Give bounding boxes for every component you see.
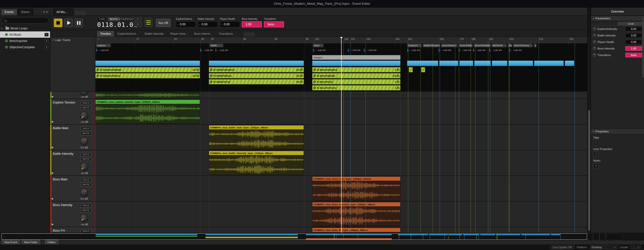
panel-scrollbar-thumb[interactable]	[642, 18, 644, 78]
live-update-toggle[interactable]: Live Update Off	[550, 245, 574, 249]
stop-button[interactable]	[54, 19, 62, 27]
flatten-button[interactable]: Flatten	[45, 240, 58, 245]
vertical-scrollbar[interactable]	[587, 37, 591, 233]
track-header-boss-main[interactable]: Boss MainSOLOMUTE0.0 dB	[50, 175, 95, 201]
volume-knob[interactable]	[80, 137, 88, 145]
track-lane-boss-intensity[interactable]: CFMMPro_mus_boss_intensity_layer_140bpm_…	[95, 201, 587, 227]
solo-button[interactable]: SOLO	[81, 178, 91, 182]
solo-button[interactable]: SOLO	[81, 204, 91, 208]
overview-panel-title[interactable]: Overview	[591, 8, 644, 16]
vertical-scrollbar-thumb[interactable]	[588, 110, 590, 231]
tree-item-itemacquired[interactable]: ItemAcquired≣	[0, 38, 50, 44]
loop-toggle-button[interactable]: ≡	[134, 17, 142, 22]
parameter-value-box[interactable]: ▹0.00	[198, 21, 218, 27]
volume-knob[interactable]	[80, 188, 88, 196]
logic-tracks-header[interactable]: ▾ Logic Tracks	[52, 38, 70, 41]
add-property-button[interactable]: I	[593, 152, 599, 157]
view-tab-timeline[interactable]: Timeline	[97, 31, 114, 37]
solo-button[interactable]: SOLO	[81, 127, 91, 131]
new-folder-button[interactable]: New Folder	[22, 240, 40, 245]
parameter-value-box[interactable]: ▹boss	[264, 21, 284, 27]
parameter-value-box[interactable]: 0.00	[625, 27, 642, 31]
panel-scrollbar[interactable]	[642, 17, 644, 228]
parameter-value-box[interactable]: ▹1.00	[242, 21, 262, 27]
search-input[interactable]	[8, 19, 46, 22]
new-event-button[interactable]: New Event	[2, 240, 20, 245]
search-box[interactable]	[2, 17, 49, 23]
view-tab-stub[interactable]	[244, 32, 255, 37]
track-lane-boss-main[interactable]: CFMMPro_mus_boss_main_layer_140bpm_48bar…	[95, 175, 587, 201]
track-lane-explore-tension[interactable]: CFMMPro_mus_explore_tension_layer_110bpm…	[95, 98, 587, 124]
add-property-button[interactable]: I	[593, 163, 599, 168]
track-header-battle-main[interactable]: Battle MainSOLOMUTE0.0 dB	[50, 124, 95, 150]
automation-expand-icon[interactable]	[52, 96, 54, 98]
audio-clip[interactable]: CFMMPro_mus_boss_fh_layer_140bpm_48bars	[312, 228, 400, 233]
browser-tab-events[interactable]: Events	[1, 9, 17, 15]
time-mode-time[interactable]: TIME	[97, 17, 107, 21]
parameter-value-box[interactable]: ▹0.00	[176, 21, 196, 27]
track-lane-battle-main[interactable]: CFMMPro_mus_battle_main_layer_132bpm_48b…	[95, 124, 587, 150]
scope-tab-local[interactable]: Local	[618, 22, 644, 26]
overview-viewport[interactable]	[2, 233, 587, 240]
nav-back-icon[interactable]: ◀	[43, 11, 45, 13]
mute-button[interactable]: MUTE	[81, 157, 91, 161]
nav-forward-icon[interactable]: ▶	[46, 11, 48, 13]
track-lane-row-0[interactable]	[95, 91, 587, 98]
mute-button[interactable]: MUTE	[81, 106, 91, 110]
parameter-value-box[interactable]: 1.00	[625, 46, 642, 51]
track-header-battle-intensity[interactable]: Battle IntensitySOLOMUTE-oo dB	[50, 150, 95, 175]
view-tab-boss-intensi[interactable]: Boss Intensi...	[191, 31, 215, 37]
follow-toggle-button[interactable]: ≡	[134, 22, 142, 27]
track-lane-boss-fh[interactable]: CFMMPro_mus_boss_fh_layer_140bpm_48bars	[95, 227, 587, 233]
audio-clip[interactable]	[95, 92, 200, 99]
parameters-section-header[interactable]: ▾ Parameters	[591, 16, 644, 21]
new-document-tab-stub[interactable]	[75, 11, 86, 15]
parameter-value-box[interactable]: 0.00	[625, 33, 642, 38]
audio-clip[interactable]: CFMMPro_mus_battle_intensity_layer_132bp…	[209, 151, 304, 175]
parameter-value-box[interactable]: boss	[625, 53, 642, 57]
volume-knob[interactable]	[80, 163, 88, 171]
solo-button[interactable]: SOLO	[81, 229, 91, 233]
audio-clip[interactable]: CFMMPro_mus_battle_main_layer_132bpm_48b…	[209, 125, 304, 149]
tree-item-music-loops[interactable]: ▸Music Loops	[0, 25, 50, 31]
tree-expand-icon[interactable]: ▸	[2, 27, 4, 30]
track-header-boss-fh[interactable]: Boss FHSOLOMUTE	[50, 227, 95, 233]
parameter-value-box[interactable]: ▹0.00	[220, 21, 240, 27]
track-header-explore-tension[interactable]: Explore TensionSOLOMUTE-oo dB	[50, 98, 95, 124]
document-tab-all-music[interactable]: All Mu...	[53, 9, 73, 15]
view-tab-battle-intensity[interactable]: Battle Intensity	[142, 31, 167, 37]
view-tab-transitions[interactable]: Transitions	[216, 31, 236, 37]
browser-tab-banks[interactable]: Banks	[18, 9, 33, 15]
pause-button[interactable]	[74, 19, 83, 27]
locale-dropdown[interactable]: ▾	[630, 246, 641, 249]
audio-clip[interactable]: CFMMPro_mus_explore_tension_layer_110bpm…	[95, 99, 200, 124]
volume-knob[interactable]	[80, 91, 88, 95]
time-mode-beats[interactable]: BEATS	[108, 17, 120, 21]
volume-knob[interactable]	[80, 214, 88, 222]
timeline-overview[interactable]	[1, 233, 623, 240]
track-lane-battle-intensity[interactable]: CFMMPro_mus_battle_intensity_layer_132bp…	[95, 150, 587, 175]
volume-knob[interactable]	[80, 111, 88, 120]
solo-button[interactable]: SOLO	[81, 152, 91, 156]
properties-section-header[interactable]: ▾ Properties	[591, 129, 644, 134]
view-tab-exploreintensi[interactable]: ExploreIntensi...	[114, 31, 141, 37]
track-header-boss-intensity[interactable]: Boss IntensitySOLOMUTE-oo dB	[50, 201, 95, 227]
mute-button[interactable]: MUTE	[81, 208, 91, 212]
mute-button[interactable]: MUTE	[81, 131, 91, 135]
mute-button[interactable]: MUTE	[81, 183, 91, 187]
automation-expand-icon[interactable]	[52, 198, 54, 200]
audio-clip[interactable]: CFMMPro_mus_boss_intensity_layer_140bpm_…	[312, 202, 400, 226]
marker-list-button[interactable]	[145, 18, 152, 27]
track-header-row-0[interactable]: -oo dB	[50, 91, 95, 98]
parameter-value-box[interactable]: 0.00	[625, 40, 642, 44]
automation-expand-icon[interactable]	[52, 146, 54, 148]
automation-expand-icon[interactable]	[52, 223, 54, 225]
key-off-button[interactable]: Key Off	[156, 19, 171, 27]
audio-clip[interactable]: CFMMPro_mus_boss_main_layer_140bpm_48bar…	[312, 176, 400, 201]
tree-item-objectivecomplete[interactable]: ObjectiveComplete≣	[0, 44, 50, 50]
add-property-button[interactable]: I	[593, 140, 599, 145]
view-tab-player-heal[interactable]: Player Heal...	[167, 31, 191, 37]
platform-dropdown[interactable]: Desktop ▾	[590, 245, 617, 249]
time-display[interactable]: 0118.01.01	[97, 21, 138, 28]
tree-item-all-music[interactable]: All Music≣	[0, 31, 50, 38]
